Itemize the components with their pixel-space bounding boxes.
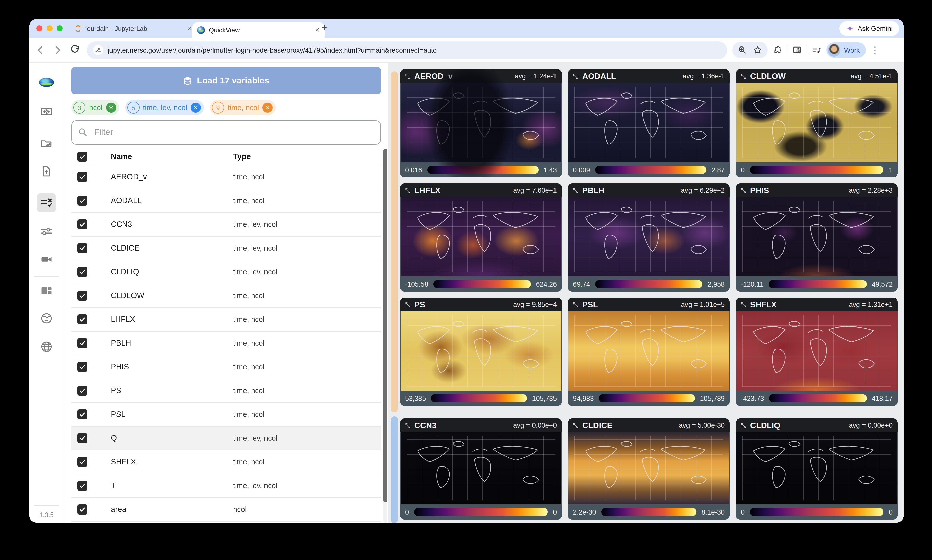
filter-input[interactable]	[93, 127, 374, 138]
chip-close-icon[interactable]: ✕	[106, 103, 116, 113]
row-checkbox[interactable]	[77, 291, 88, 301]
new-tab-button[interactable]: +	[322, 22, 327, 33]
address-bar[interactable]: jupyter.nersc.gov/user/jourdain/perlmutt…	[87, 41, 727, 59]
table-row[interactable]: T time, lev, ncol	[71, 474, 381, 498]
minimize-window-button[interactable]	[46, 25, 52, 31]
dimension-chip[interactable]: 5 time, lev, ncol ✕	[125, 100, 204, 115]
table-row[interactable]: SHFLX time, ncol	[71, 450, 381, 474]
row-checkbox[interactable]	[77, 172, 88, 182]
panel-scrollbar-thumb[interactable]	[383, 149, 387, 502]
table-row[interactable]: PHIS time, ncol	[71, 355, 381, 379]
row-checkbox[interactable]	[77, 457, 88, 467]
row-checkbox[interactable]	[77, 409, 88, 420]
dimension-chip[interactable]: 3 ncol ✕	[71, 100, 119, 115]
more-menu-icon[interactable]: ⋮	[870, 46, 880, 55]
camera-icon[interactable]	[37, 250, 56, 269]
row-checkbox[interactable]	[77, 243, 88, 253]
expand-icon[interactable]: ⤡	[405, 73, 410, 79]
map-card: ⤡ PS avg = 9.85e+4 53,385 105,735	[400, 298, 562, 406]
map-image[interactable]	[568, 197, 729, 277]
map-image[interactable]	[568, 83, 729, 162]
table-row[interactable]: AEROD_v time, ncol	[71, 165, 381, 189]
expand-icon[interactable]: ⤡	[405, 301, 410, 308]
load-variables-button[interactable]: Load 17 variables	[71, 67, 381, 94]
expand-icon[interactable]: ⤡	[573, 301, 578, 308]
map-image[interactable]	[736, 197, 897, 277]
ask-gemini-button[interactable]: Ask Gemini	[840, 21, 899, 36]
reading-mode-icon[interactable]	[792, 45, 802, 55]
table-row[interactable]: PS time, ncol	[71, 379, 381, 403]
table-row[interactable]: PSL time, ncol	[71, 403, 381, 426]
table-row[interactable]: CCN3 time, lev, ncol	[71, 213, 381, 237]
row-checkbox[interactable]	[77, 195, 88, 206]
table-row[interactable]: CLDLOW time, ncol	[71, 284, 381, 308]
map-image[interactable]	[568, 311, 729, 391]
zoom-page-icon[interactable]	[737, 45, 747, 55]
map-image[interactable]	[401, 83, 561, 162]
tab-close-icon[interactable]: ✕	[315, 27, 320, 33]
bookmark-star-icon[interactable]	[752, 45, 763, 55]
colorbar-min: 0	[741, 166, 745, 174]
zoom-window-button[interactable]	[57, 25, 63, 31]
tab-quickview[interactable]: QuickView ✕	[192, 22, 325, 38]
expand-icon[interactable]: ⤡	[573, 422, 578, 429]
forward-icon[interactable]	[52, 44, 64, 56]
map-image[interactable]	[401, 311, 561, 391]
layout-icon[interactable]	[37, 281, 56, 300]
expand-icon[interactable]: ⤡	[741, 301, 746, 308]
row-checkbox[interactable]	[77, 267, 88, 277]
panel-scrollbar[interactable]	[383, 149, 387, 523]
expand-icon[interactable]: ⤡	[741, 187, 746, 194]
row-checkbox[interactable]	[77, 386, 88, 396]
expand-icon[interactable]: ⤡	[405, 422, 410, 429]
data-transfer-icon[interactable]	[37, 134, 56, 153]
table-row[interactable]: CLDICE time, lev, ncol	[71, 237, 381, 260]
chip-close-icon[interactable]: ✕	[263, 103, 273, 113]
reload-icon[interactable]	[69, 44, 81, 56]
table-row[interactable]: AODALL time, ncol	[71, 189, 381, 213]
row-checkbox[interactable]	[77, 362, 88, 372]
table-row[interactable]: Q time, lev, ncol	[71, 426, 381, 450]
map-image[interactable]	[401, 197, 561, 277]
map-image[interactable]	[736, 311, 897, 391]
map-title: CCN3	[414, 421, 509, 430]
map-image[interactable]	[568, 432, 729, 505]
earth-icon[interactable]	[37, 309, 56, 328]
media-queue-icon[interactable]	[812, 45, 822, 55]
back-icon[interactable]	[34, 44, 46, 56]
fit-view-icon[interactable]	[37, 102, 56, 121]
tab-close-icon[interactable]: ✕	[188, 25, 192, 32]
close-window-button[interactable]	[36, 25, 43, 31]
table-row[interactable]: area ncol	[71, 498, 381, 522]
table-row[interactable]: LHFLX time, ncol	[71, 308, 381, 332]
expand-icon[interactable]: ⤡	[405, 187, 410, 194]
table-row[interactable]: lat ncol	[71, 522, 381, 523]
expand-icon[interactable]: ⤡	[573, 187, 578, 194]
variables-list-icon[interactable]	[37, 193, 56, 212]
row-checkbox[interactable]	[77, 338, 88, 348]
map-image[interactable]	[401, 432, 561, 505]
table-row[interactable]: CLDLIQ time, lev, ncol	[71, 260, 381, 284]
row-checkbox[interactable]	[77, 219, 88, 229]
settings-sliders-icon[interactable]	[37, 222, 56, 241]
profile-button[interactable]: Work	[826, 43, 866, 58]
map-image[interactable]	[736, 83, 897, 162]
extensions-icon[interactable]	[772, 45, 782, 55]
file-upload-icon[interactable]	[37, 162, 56, 181]
expand-icon[interactable]: ⤡	[573, 73, 578, 79]
select-all-checkbox[interactable]	[77, 152, 88, 162]
globe-icon[interactable]	[37, 337, 56, 356]
dimension-chip[interactable]: 9 time, ncol ✕	[210, 100, 276, 115]
variables-table: Name Type AEROD_v time, ncol AODALL time…	[71, 149, 381, 523]
expand-icon[interactable]: ⤡	[741, 73, 746, 79]
expand-icon[interactable]: ⤡	[741, 422, 746, 429]
tab-jupyterlab[interactable]: jourdain - JupyterLab ✕	[70, 19, 197, 38]
map-image[interactable]	[736, 432, 897, 505]
row-checkbox[interactable]	[77, 314, 88, 325]
table-row[interactable]: PBLH time, ncol	[71, 332, 381, 355]
row-checkbox[interactable]	[77, 433, 88, 443]
row-checkbox[interactable]	[77, 505, 88, 514]
row-checkbox[interactable]	[77, 481, 88, 491]
site-settings-icon[interactable]	[93, 45, 103, 55]
chip-close-icon[interactable]: ✕	[191, 103, 201, 113]
